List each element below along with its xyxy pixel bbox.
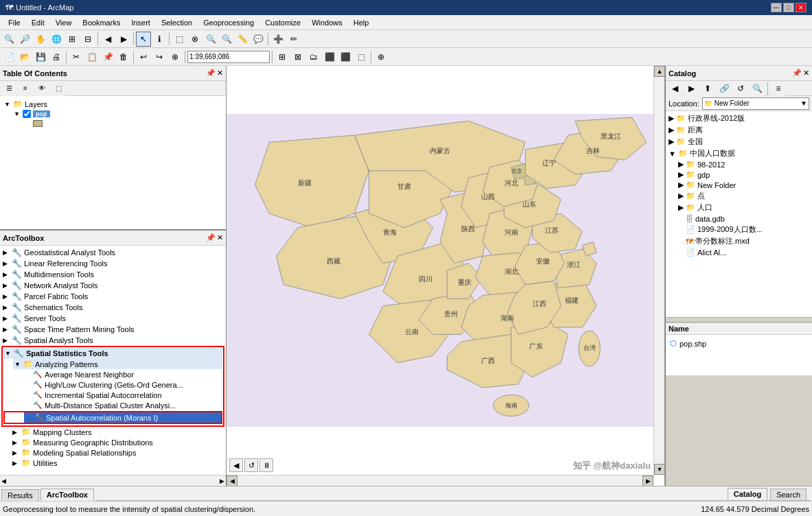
cat-98-2012-item[interactable]: ▶ 📁 98-2012: [677, 159, 811, 169]
hscroll-left-btn[interactable]: ◀: [227, 476, 237, 486]
raster-btn[interactable]: ⬚: [353, 49, 369, 64]
undo-btn[interactable]: ↩: [136, 49, 151, 64]
toc-vis-btn[interactable]: 👁: [34, 81, 49, 96]
globe-btn[interactable]: 🌐: [49, 32, 64, 47]
toc-sel-btn[interactable]: ⬚: [51, 81, 66, 96]
measure-btn[interactable]: 📏: [235, 32, 250, 47]
menu-file[interactable]: File: [3, 17, 26, 28]
clear-btn[interactable]: ⊗: [187, 32, 202, 47]
atb-parcel[interactable]: ▶ 🔧 Parcel Fabric Tools: [1, 291, 224, 302]
cat-refresh-btn[interactable]: ↺: [733, 81, 748, 96]
edit-btn[interactable]: ✏: [286, 32, 301, 47]
cat-popshp-item[interactable]: ⬡ pop.shp: [669, 338, 809, 349]
atb-utilities[interactable]: ▶ 📁 Utilities: [11, 458, 224, 468]
cursor-btn[interactable]: ↖: [136, 32, 151, 47]
minimize-button[interactable]: —: [771, 3, 782, 12]
atb-high-low[interactable]: ▶ 🔨 High/Low Clustering (Getis-Ord Gener…: [23, 379, 222, 390]
atb-modeling[interactable]: ▶ 📁 Modeling Spatial Relationships: [11, 447, 224, 458]
cat-hscroll[interactable]: [666, 317, 812, 322]
menu-customize[interactable]: Customize: [259, 17, 306, 28]
print-btn[interactable]: 🖨: [49, 49, 64, 64]
map-vscroll[interactable]: ▲ ▼: [653, 66, 664, 475]
cat-pin-btn[interactable]: 📌: [792, 69, 802, 78]
map-prev-btn[interactable]: ◀: [229, 458, 243, 472]
atb-network[interactable]: ▶ 🔧 Network Analyst Tools: [1, 280, 224, 291]
cat-location-dropdown[interactable]: ▼: [800, 99, 807, 107]
map-hscroll[interactable]: ◀ ▶: [227, 475, 653, 486]
atb-close-btn[interactable]: ✕: [217, 233, 223, 242]
cat-fwd-btn[interactable]: ▶: [684, 81, 699, 96]
coord-btn[interactable]: ⊕: [373, 49, 388, 64]
atb-schematics[interactable]: ▶ 🔧 Schematics Tools: [1, 302, 224, 313]
vscroll-track[interactable]: [654, 77, 664, 464]
search-btn[interactable]: 🔍: [219, 32, 234, 47]
atb-spatial-stats[interactable]: ▼ 🔧 Spatial Statistics Tools: [3, 348, 222, 359]
hscroll-right-btn[interactable]: ▶: [642, 476, 653, 486]
move-btn[interactable]: ⊕: [167, 49, 183, 64]
paste-btn[interactable]: 📌: [100, 49, 115, 64]
open-btn[interactable]: 📂: [17, 49, 32, 64]
scale-input[interactable]: [187, 51, 270, 63]
toc-pin-btn[interactable]: 📌: [206, 69, 216, 78]
atb-measuring[interactable]: ▶ 📁 Measuring Geographic Distributions: [11, 437, 224, 447]
atb-pin-btn[interactable]: 📌: [206, 233, 216, 242]
zoom-prev-btn[interactable]: ⊞: [275, 49, 290, 64]
copy-btn[interactable]: 📋: [84, 49, 100, 64]
cat-mxd-item[interactable]: ▶ 🗺 帝分数标注.mxd: [677, 235, 811, 247]
cat-alict-item[interactable]: ▶ 📄 Alict Al...: [677, 247, 811, 257]
pop-checkbox[interactable]: [23, 110, 31, 118]
cat-back-btn[interactable]: ◀: [667, 81, 682, 96]
identify-btn[interactable]: 🔍: [203, 32, 218, 47]
menu-insert[interactable]: Insert: [126, 17, 156, 28]
cat-connect-btn[interactable]: 🔗: [717, 81, 732, 96]
map-tips-btn[interactable]: 💬: [251, 32, 266, 47]
atb-spatial-analyst[interactable]: ▶ 🔧 Spatial Analyst Tools: [1, 335, 224, 346]
cat-view-btn[interactable]: ≡: [771, 81, 786, 96]
extent2-btn[interactable]: ⊟: [80, 32, 95, 47]
redo-btn[interactable]: ↪: [152, 49, 167, 64]
cat-up-btn[interactable]: ⬆: [700, 81, 715, 96]
render-btn[interactable]: ⬛: [322, 49, 337, 64]
atb-scroll-right[interactable]: ▶: [220, 478, 224, 484]
info-btn[interactable]: ℹ: [152, 32, 167, 47]
zoom-next-btn[interactable]: ⊠: [290, 49, 305, 64]
extent-btn[interactable]: ⊞: [65, 32, 80, 47]
layer-btn[interactable]: 🗂: [306, 49, 321, 64]
tab-search[interactable]: Search: [770, 489, 807, 500]
cat-1999-item[interactable]: ▶ 📄 1999-2009人口数...: [677, 224, 811, 235]
cat-distance-item[interactable]: ▶ 📁 距离: [667, 124, 811, 136]
cat-search-btn[interactable]: 🔍: [750, 81, 765, 96]
map-area[interactable]: 新疆 西藏 青海 甘肃 内蒙古 四川 云南 贵州 重庆 陕西 山西 河南 湖北 …: [227, 66, 664, 486]
atb-scroll-left[interactable]: ◀: [1, 478, 6, 484]
layers-group[interactable]: ▼ 📁 Layers: [3, 99, 223, 109]
menu-view[interactable]: View: [50, 17, 78, 28]
toc-src-btn[interactable]: ≡: [18, 81, 33, 96]
vscroll-up-btn[interactable]: ▲: [654, 66, 664, 77]
save-btn[interactable]: 💾: [33, 49, 48, 64]
menu-edit[interactable]: Edit: [26, 17, 50, 28]
cat-newfolder-item[interactable]: ▶ 📁 New Folder: [677, 180, 811, 190]
zoom-in-btn[interactable]: 🔍: [1, 32, 16, 47]
tab-arctoolbox[interactable]: ArcToolbox: [40, 489, 94, 501]
zoom-out-btn[interactable]: 🔎: [17, 32, 32, 47]
cat-datagdb-item[interactable]: ▶ 🗄 data.gdb: [677, 213, 811, 224]
toc-list-btn[interactable]: ☰: [1, 81, 16, 96]
atb-spatial-autocorr[interactable]: ▶ 🔨 Spatial Autocorrelation (Morans I): [24, 412, 221, 423]
vscroll-down-btn[interactable]: ▼: [654, 464, 664, 475]
atb-mapping[interactable]: ▶ 📁 Mapping Clusters: [11, 427, 224, 437]
atb-multidimension[interactable]: ▶ 🔧 Multidimension Tools: [1, 269, 224, 280]
atb-analyzing[interactable]: ▼ 📁 Analyzing Patterns: [13, 359, 222, 369]
atb-avg-nearest[interactable]: ▶ 🔨 Average Nearest Neighbor: [23, 369, 222, 379]
menu-geoprocessing[interactable]: Geoprocessing: [198, 17, 259, 28]
atb-multi-distance[interactable]: ▶ 🔨 Multi-Distance Spatial Cluster Analy…: [23, 400, 222, 410]
add-data-btn[interactable]: ➕: [270, 32, 286, 47]
map-refresh-btn[interactable]: ↺: [244, 458, 258, 472]
map-pause-btn[interactable]: ⏸: [259, 458, 273, 472]
cut-btn[interactable]: ✂: [69, 49, 84, 64]
cat-close-btn[interactable]: ✕: [803, 69, 809, 78]
cat-china-pop-item[interactable]: ▼ 📁 中国人口数据: [667, 148, 811, 159]
new-map-btn[interactable]: 📄: [1, 49, 16, 64]
menu-selection[interactable]: Selection: [156, 17, 198, 28]
cat-admin-item[interactable]: ▶ 📁 行政界线-2012版: [667, 113, 811, 124]
back-btn[interactable]: ◀: [100, 32, 115, 47]
